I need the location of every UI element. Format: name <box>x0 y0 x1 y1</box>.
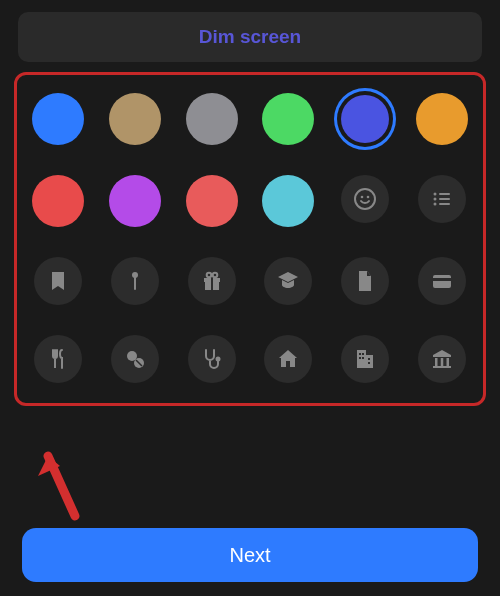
building-icon[interactable] <box>341 335 389 383</box>
svg-rect-29 <box>368 362 370 364</box>
pills-icon[interactable] <box>111 335 159 383</box>
svg-point-15 <box>212 273 217 278</box>
bookmark-icon[interactable] <box>34 257 82 305</box>
graduation-cap-icon[interactable] <box>264 257 312 305</box>
color-swatch-teal[interactable] <box>262 175 314 227</box>
credit-card-icon[interactable] <box>418 257 466 305</box>
next-button[interactable]: Next <box>22 528 478 582</box>
svg-point-3 <box>433 193 436 196</box>
svg-rect-10 <box>134 277 136 290</box>
svg-rect-27 <box>362 357 364 359</box>
svg-point-1 <box>361 196 364 199</box>
color-swatch-tan[interactable] <box>109 93 161 145</box>
color-swatch-purple[interactable] <box>109 175 161 227</box>
color-icon-picker <box>14 72 486 406</box>
svg-rect-32 <box>446 358 449 366</box>
dim-screen-label: Dim screen <box>199 26 301 48</box>
svg-rect-23 <box>366 355 373 368</box>
color-swatch-blue[interactable] <box>32 93 84 145</box>
svg-point-20 <box>215 357 220 362</box>
svg-rect-16 <box>433 275 451 288</box>
svg-point-14 <box>206 273 211 278</box>
svg-point-0 <box>355 189 375 209</box>
document-icon[interactable] <box>341 257 389 305</box>
next-button-label: Next <box>229 544 270 567</box>
color-swatch-indigo[interactable] <box>341 95 389 143</box>
pin-icon[interactable] <box>111 257 159 305</box>
svg-rect-4 <box>439 193 450 195</box>
svg-rect-8 <box>439 203 450 205</box>
svg-point-5 <box>433 198 436 201</box>
color-swatch-green[interactable] <box>262 93 314 145</box>
color-swatch-orange[interactable] <box>416 93 468 145</box>
svg-rect-30 <box>435 358 438 366</box>
svg-rect-13 <box>211 278 213 290</box>
color-swatch-red[interactable] <box>32 175 84 227</box>
svg-rect-6 <box>439 198 450 200</box>
picker-grid <box>27 93 473 383</box>
gift-icon[interactable] <box>188 257 236 305</box>
svg-rect-21 <box>286 361 290 367</box>
smiley-icon[interactable] <box>341 175 389 223</box>
svg-rect-24 <box>359 353 361 355</box>
svg-rect-33 <box>433 366 451 368</box>
color-swatch-coral[interactable] <box>186 175 238 227</box>
dim-screen-button[interactable]: Dim screen <box>18 12 482 62</box>
svg-rect-26 <box>359 357 361 359</box>
annotation-arrow <box>30 436 90 526</box>
house-icon[interactable] <box>264 335 312 383</box>
list-icon[interactable] <box>418 175 466 223</box>
svg-rect-28 <box>368 358 370 360</box>
svg-rect-22 <box>357 350 366 368</box>
stethoscope-icon[interactable] <box>188 335 236 383</box>
color-swatch-gray[interactable] <box>186 93 238 145</box>
svg-point-7 <box>433 203 436 206</box>
svg-rect-17 <box>433 278 451 281</box>
bank-icon[interactable] <box>418 335 466 383</box>
svg-point-2 <box>367 196 370 199</box>
svg-rect-25 <box>362 353 364 355</box>
svg-rect-31 <box>440 358 443 366</box>
utensils-icon[interactable] <box>34 335 82 383</box>
